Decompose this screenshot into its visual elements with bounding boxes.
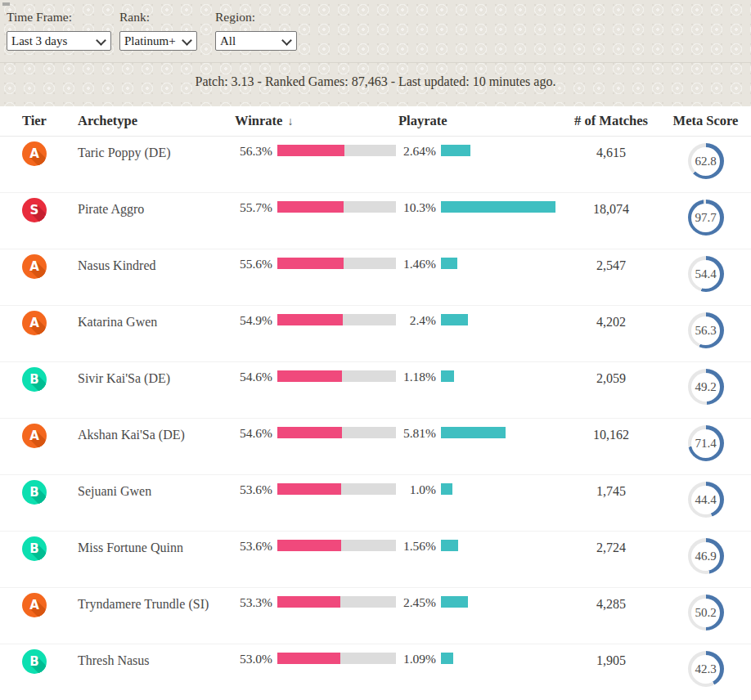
playrate-cell: 2.64%: [398, 137, 562, 157]
winrate-fill: [277, 370, 342, 382]
archetype-name[interactable]: Taric Poppy (DE): [78, 137, 235, 160]
table-row[interactable]: A Taric Poppy (DE) 56.3% 2.64% 4,615 62.…: [0, 137, 751, 193]
table-row[interactable]: A Nasus Kindred 55.6% 1.46% 2,547 54.4: [0, 249, 751, 306]
column-header-meta-score[interactable]: Meta Score: [660, 106, 751, 129]
patch-status-text: Patch: 3.13 - Ranked Games: 87,463 - Las…: [196, 74, 556, 88]
time-frame-select[interactable]: Last 3 days: [7, 31, 111, 51]
winrate-cell: 54.9%: [235, 306, 398, 326]
table-row[interactable]: A Akshan Kai'Sa (DE) 54.6% 5.81% 10,162 …: [0, 419, 751, 475]
playrate-value: 1.09%: [398, 653, 436, 665]
playrate-value: 2.4%: [398, 314, 436, 326]
table-header-row: Tier Archetype Winrate ↓ Playrate # of M…: [0, 106, 751, 137]
time-frame-filter: Time Frame: Last 3 days: [7, 10, 111, 51]
meta-score-cell: 71.4: [660, 419, 751, 461]
column-header-matches[interactable]: # of Matches: [562, 106, 660, 129]
winrate-value: 55.7%: [235, 201, 272, 213]
table-row[interactable]: B Sivir Kai'Sa (DE) 54.6% 1.18% 2,059 49…: [0, 362, 751, 419]
tier-letter: B: [29, 654, 38, 669]
column-header-playrate[interactable]: Playrate: [398, 106, 562, 129]
winrate-cell: 53.3%: [235, 588, 398, 608]
archetype-name[interactable]: Tryndamere Trundle (SI): [78, 588, 235, 612]
playrate-value: 2.64%: [398, 145, 436, 157]
meta-score-ring: 49.2: [688, 369, 724, 405]
tier-letter: A: [29, 429, 39, 443]
matches-count: 1,905: [562, 644, 660, 668]
playrate-value: 2.45%: [398, 596, 436, 608]
playrate-cell: 1.56%: [398, 532, 562, 552]
winrate-fill: [277, 201, 344, 213]
tier-badge: B: [22, 367, 47, 392]
tier-letter: A: [29, 598, 39, 612]
playrate-cell: 2.45%: [398, 588, 562, 608]
tier-letter: S: [30, 203, 39, 218]
tier-cell: B: [0, 475, 78, 505]
archetype-name[interactable]: Sejuani Gwen: [78, 475, 235, 499]
table-row[interactable]: A Katarina Gwen 54.9% 2.4% 4,202 56.3: [0, 306, 751, 362]
column-header-winrate[interactable]: Winrate ↓: [235, 106, 398, 129]
rank-select[interactable]: Platinum+: [119, 31, 197, 51]
playrate-value: 5.81%: [398, 427, 436, 439]
winrate-bar-track: [277, 427, 396, 438]
tier-cell: A: [0, 137, 78, 166]
column-header-tier[interactable]: Tier: [0, 106, 78, 129]
tier-badge: A: [22, 254, 47, 279]
column-header-archetype[interactable]: Archetype: [78, 106, 235, 129]
playrate-fill: [441, 258, 457, 269]
filter-bar: Time Frame: Last 3 days Rank: Platinum+ …: [0, 0, 751, 51]
matches-count: 4,615: [562, 137, 660, 160]
winrate-bar-track: [277, 201, 396, 213]
archetype-name[interactable]: Sivir Kai'Sa (DE): [78, 362, 235, 386]
rank-select-wrap: Platinum+: [119, 31, 197, 51]
table-row[interactable]: B Thresh Nasus 53.0% 1.09% 1,905 42.3: [0, 644, 751, 700]
archetype-name[interactable]: Miss Fortune Quinn: [78, 532, 235, 555]
archetype-name[interactable]: Nasus Kindred: [78, 249, 235, 273]
meta-score-ring: 42.3: [688, 651, 724, 687]
winrate-bar-track: [277, 258, 396, 269]
tier-cell: A: [0, 249, 78, 279]
playrate-value: 1.18%: [398, 370, 436, 383]
archetype-name[interactable]: Thresh Nasus: [78, 644, 235, 668]
meta-score-ring: 62.8: [688, 143, 724, 179]
meta-score-ring: 56.3: [688, 312, 724, 348]
playrate-cell: 1.09%: [398, 644, 562, 665]
matches-count: 1,745: [562, 475, 660, 499]
matches-count: 4,285: [562, 588, 660, 612]
meta-score-cell: 54.4: [660, 249, 751, 292]
status-section: Patch: 3.13 - Ranked Games: 87,463 - Las…: [0, 62, 751, 106]
winrate-value: 54.6%: [235, 370, 272, 383]
meta-score-cell: 50.2: [660, 588, 751, 630]
tier-badge: A: [22, 141, 47, 166]
region-select[interactable]: All: [215, 31, 297, 51]
playrate-fill: [441, 370, 454, 382]
table-row[interactable]: B Miss Fortune Quinn 53.6% 1.56% 2,724 4…: [0, 532, 751, 588]
tier-cell: B: [0, 532, 78, 561]
archetype-name[interactable]: Akshan Kai'Sa (DE): [78, 419, 235, 442]
region-filter: Region: All: [215, 10, 297, 51]
tier-badge: B: [22, 649, 47, 674]
table-row[interactable]: S Pirate Aggro 55.7% 10.3% 18,074 97.7: [0, 193, 751, 249]
winrate-cell: 54.6%: [235, 362, 398, 383]
column-header-winrate-label: Winrate: [235, 113, 282, 128]
matches-count: 18,074: [562, 193, 660, 217]
rank-filter: Rank: Platinum+: [119, 10, 197, 51]
meta-score-cell: 97.7: [660, 193, 751, 236]
winrate-fill: [277, 258, 344, 269]
table-row[interactable]: A Tryndamere Trundle (SI) 53.3% 2.45% 4,…: [0, 588, 751, 644]
playrate-fill: [441, 427, 506, 438]
meta-score-ring: 71.4: [688, 425, 724, 461]
table-row[interactable]: B Sejuani Gwen 53.6% 1.0% 1,745 44.4: [0, 475, 751, 532]
winrate-bar-track: [277, 540, 396, 551]
meta-score-value: 42.3: [695, 662, 716, 676]
meta-score-value: 50.2: [695, 606, 716, 620]
meta-score-cell: 46.9: [660, 532, 751, 574]
meta-score-value: 97.7: [695, 211, 716, 225]
archetype-name[interactable]: Pirate Aggro: [78, 193, 235, 217]
meta-score-cell: 62.8: [660, 137, 751, 179]
tier-letter: A: [29, 316, 39, 330]
archetype-name[interactable]: Katarina Gwen: [78, 306, 235, 330]
winrate-bar-track: [277, 370, 396, 382]
playrate-fill: [441, 653, 453, 664]
meta-score-value: 71.4: [695, 437, 716, 451]
winrate-value: 54.6%: [235, 427, 272, 439]
playrate-fill: [441, 201, 555, 213]
